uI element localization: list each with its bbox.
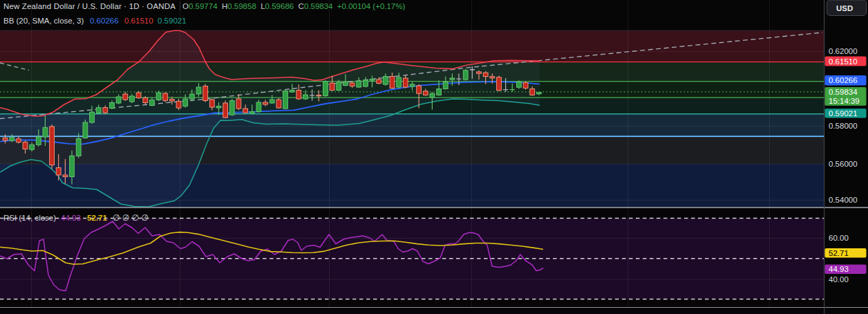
svg-text:0.60266: 0.60266 [90, 17, 119, 25]
svg-text:52.71: 52.71 [87, 214, 107, 222]
svg-text:44.93: 44.93 [61, 214, 81, 222]
svg-text:0.60266: 0.60266 [829, 76, 858, 84]
svg-text:0.59021: 0.59021 [158, 17, 187, 25]
svg-text:52.71: 52.71 [829, 249, 849, 257]
svg-text:0.59834: 0.59834 [829, 88, 858, 96]
svg-text:∅ ∅ ∅ ∅: ∅ ∅ ∅ ∅ [113, 213, 149, 223]
svg-text:0.59021: 0.59021 [829, 109, 858, 118]
svg-text:USD: USD [836, 4, 853, 12]
svg-text:BB (20, SMA, close, 3): BB (20, SMA, close, 3) [3, 17, 84, 25]
svg-text:0.61510: 0.61510 [124, 17, 153, 25]
svg-text:15:14:39: 15:14:39 [829, 97, 860, 105]
svg-text:0.62000: 0.62000 [829, 47, 858, 55]
svg-text:New Zealand Dollar / U.S. Doll: New Zealand Dollar / U.S. Dollar · 1D · … [3, 2, 176, 10]
svg-text:0.56000: 0.56000 [829, 160, 858, 168]
svg-text:40.00: 40.00 [829, 275, 849, 284]
svg-text:0.61510: 0.61510 [829, 57, 858, 66]
svg-text:0.58000: 0.58000 [829, 122, 858, 130]
svg-text:O0.59774 H0.59858 L0.59686: O0.59774 H0.59858 L0.59686 C0.59834 +0.0… [182, 2, 405, 10]
svg-text:44.93: 44.93 [829, 265, 849, 273]
svg-text:0.54000: 0.54000 [829, 196, 858, 204]
svg-text:60.00: 60.00 [829, 234, 849, 242]
svg-text:RSI (14, close): RSI (14, close) [3, 214, 56, 222]
